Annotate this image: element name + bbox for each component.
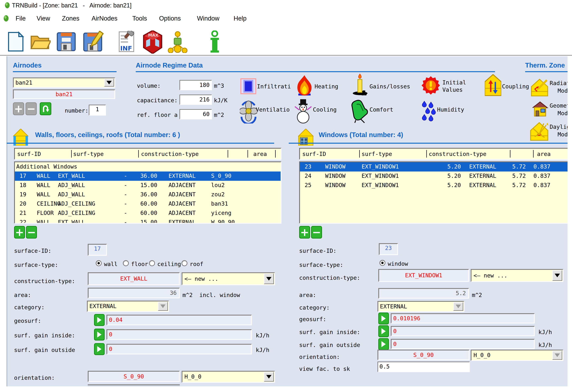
info-button[interactable] bbox=[209, 31, 221, 54]
menu-zones[interactable]: Zones bbox=[62, 15, 79, 22]
windows-table-body[interactable]: 23WINDOWEXT_WINDOW15.20EXTERNAL5.720.837… bbox=[299, 161, 572, 224]
number-field[interactable]: 1 bbox=[89, 105, 106, 116]
menu-file[interactable]: File bbox=[16, 15, 26, 22]
table-row[interactable]: 17WALLEXT_WALL-36.00EXTERNALS_0_90 bbox=[15, 172, 281, 181]
max-view-button[interactable]: MAX bbox=[142, 31, 163, 54]
ventilation-label[interactable]: Ventilatio bbox=[256, 106, 290, 113]
table-row[interactable]: 21FLOORADJ_CEILING-60.00ADJACENTyiceng bbox=[15, 209, 281, 218]
wall-geosurf-field[interactable]: 0.04 bbox=[107, 315, 252, 325]
initial-values-icon[interactable] bbox=[421, 75, 441, 96]
table-row[interactable]: 18WALLADJ_WALL-15.00ADJACENTlou2 bbox=[15, 181, 281, 190]
save-as-button[interactable] bbox=[83, 31, 104, 52]
wall-construction-field[interactable]: EXT_WALL bbox=[88, 272, 180, 285]
comfort-label[interactable]: Comfort bbox=[369, 106, 393, 113]
chevron-down-icon[interactable] bbox=[552, 270, 562, 281]
geometry-modes-label-line1[interactable]: Geomet bbox=[550, 102, 570, 109]
cooling-label[interactable]: Cooling bbox=[313, 106, 336, 113]
radio-ceiling-label[interactable]: ceiling bbox=[157, 261, 181, 267]
window-category-combo[interactable]: EXTERNAL bbox=[378, 301, 464, 312]
cooling-icon[interactable] bbox=[294, 99, 312, 124]
humidity-icon[interactable] bbox=[420, 100, 437, 123]
wall-orientation-combo[interactable]: H_0_0 bbox=[182, 371, 275, 383]
table-row[interactable]: 24WINDOWEXT_WINDOW15.20EXTERNAL5.720.837 bbox=[300, 172, 571, 181]
coupling-icon[interactable] bbox=[485, 74, 501, 96]
infiltration-icon[interactable] bbox=[240, 78, 256, 95]
window-gain-outside-field[interactable]: 0 bbox=[391, 339, 535, 349]
capacitance-field[interactable]: 216 bbox=[179, 94, 212, 105]
add-window-button[interactable]: + bbox=[299, 226, 310, 238]
initial-values-label-line1[interactable]: Initial bbox=[442, 79, 466, 86]
ref-floor-field[interactable]: 60 bbox=[179, 109, 212, 119]
menu-options[interactable]: Options bbox=[159, 15, 181, 22]
window-gain-inside-button[interactable] bbox=[378, 325, 389, 337]
menu-airnodes[interactable]: AirNodes bbox=[92, 15, 117, 22]
humidity-label[interactable]: Humidity bbox=[437, 106, 464, 113]
add-wall-button[interactable]: + bbox=[14, 226, 25, 238]
gains-losses-icon[interactable] bbox=[352, 73, 369, 95]
new-file-button[interactable] bbox=[6, 31, 26, 52]
volume-field[interactable]: 180 bbox=[179, 80, 212, 90]
radio-ceiling[interactable] bbox=[149, 260, 155, 266]
wall-surface-id-field[interactable]: 17 bbox=[88, 244, 107, 256]
window-gain-outside-button[interactable] bbox=[378, 338, 389, 350]
infiltration-label[interactable]: Infiltrati bbox=[257, 83, 291, 90]
wall-gain-outside-field[interactable]: 0 bbox=[107, 344, 252, 354]
window-orientation-combo[interactable]: H_0_0 bbox=[471, 350, 563, 361]
wall-geosurf-button[interactable] bbox=[94, 314, 105, 326]
wall-orientation-field[interactable]: S_0_90 bbox=[88, 371, 180, 382]
table-row[interactable]: 25WINDOWEXT_WINDOW15.20EXTERNAL5.720.837 bbox=[300, 181, 571, 190]
wall-new-construction-combo[interactable]: <— new ... bbox=[182, 272, 275, 285]
radio-window[interactable] bbox=[380, 260, 385, 266]
window-gain-inside-field[interactable]: 0 bbox=[391, 326, 535, 336]
wall-gain-inside-field[interactable]: 0 bbox=[107, 329, 252, 340]
add-airnode-button[interactable]: + bbox=[13, 102, 24, 115]
remove-airnode-button[interactable]: − bbox=[26, 102, 37, 115]
airnode-tree-button[interactable] bbox=[168, 31, 188, 53]
heating-icon[interactable] bbox=[295, 75, 314, 96]
chevron-down-icon[interactable] bbox=[264, 372, 274, 382]
coupling-label[interactable]: Coupling bbox=[502, 83, 529, 90]
remove-window-button[interactable]: − bbox=[311, 226, 322, 238]
ventilation-icon[interactable] bbox=[240, 100, 257, 124]
table-row[interactable]: 22WALLEXT_WALL-15.00EXTERNALW_90_90 bbox=[15, 218, 281, 224]
open-file-button[interactable] bbox=[30, 33, 51, 51]
wall-gain-inside-button[interactable] bbox=[94, 329, 105, 341]
airnode-select[interactable]: ban21 bbox=[13, 78, 115, 88]
window-surface-id-field[interactable]: 23 bbox=[379, 243, 398, 255]
table-row[interactable]: 19WALLADJ_WALL-36.00ADJACENTzou2 bbox=[15, 190, 281, 199]
wall-gain-outside-button[interactable] bbox=[94, 343, 105, 355]
radio-floor-label[interactable]: floor bbox=[131, 261, 148, 267]
comfort-icon[interactable] bbox=[351, 99, 369, 124]
radio-roof-label[interactable]: roof bbox=[190, 261, 203, 267]
table-row[interactable]: 23WINDOWEXT_WINDOW15.20EXTERNAL5.720.837 bbox=[300, 162, 571, 172]
table-row[interactable]: 20CEILINGADJ_CEILING-60.00ADJACENTban31 bbox=[15, 199, 281, 209]
initial-values-label-line2[interactable]: Values bbox=[442, 86, 463, 93]
daylight-modes-icon[interactable] bbox=[530, 122, 549, 141]
radiation-modes-icon[interactable] bbox=[531, 78, 548, 97]
remove-wall-button[interactable]: − bbox=[26, 226, 37, 238]
window-geosurf-field[interactable]: 0.010196 bbox=[391, 313, 535, 323]
menu-view[interactable]: View bbox=[37, 15, 50, 22]
generate-inf-button[interactable]: INF bbox=[118, 31, 136, 53]
menu-window[interactable]: Window bbox=[197, 15, 219, 22]
geometry-modes-icon[interactable] bbox=[532, 101, 548, 117]
heating-label[interactable]: Heating bbox=[315, 83, 338, 90]
chevron-down-icon[interactable] bbox=[264, 273, 274, 284]
chevron-down-icon[interactable] bbox=[104, 79, 114, 87]
undo-button[interactable] bbox=[40, 102, 51, 115]
table-row-banner[interactable]: Additional Windows bbox=[15, 162, 281, 172]
window-construction-field[interactable]: EXT_WINDOW1 bbox=[378, 269, 469, 282]
window-view-factor-field[interactable]: 0.5 bbox=[378, 361, 470, 372]
radio-floor[interactable] bbox=[123, 260, 129, 266]
window-new-construction-combo[interactable]: <— new ... bbox=[471, 269, 563, 282]
save-button[interactable] bbox=[56, 31, 76, 52]
radio-roof[interactable] bbox=[181, 260, 187, 266]
radio-wall[interactable] bbox=[96, 260, 102, 266]
radio-wall-label[interactable]: wall bbox=[104, 261, 118, 267]
gains-losses-label[interactable]: Gains/losses bbox=[369, 83, 410, 90]
daylight-modes-label-line1[interactable]: Daylig bbox=[550, 124, 570, 130]
airnode-name-field[interactable]: ban21 bbox=[13, 89, 115, 99]
menu-tools[interactable]: Tools bbox=[132, 15, 147, 22]
menu-help[interactable]: Help bbox=[234, 15, 247, 22]
window-geosurf-button[interactable] bbox=[378, 313, 389, 325]
